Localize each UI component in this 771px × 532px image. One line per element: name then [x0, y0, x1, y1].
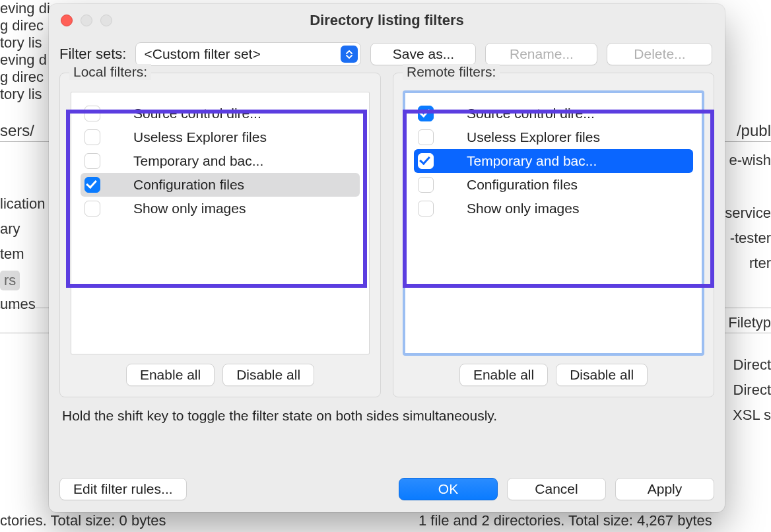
filter-item[interactable]: Show only images [414, 197, 693, 220]
filter-item[interactable]: Configuration files [414, 173, 693, 197]
local-disable-all-button[interactable]: Disable all [222, 364, 314, 386]
filter-set-select[interactable]: <Custom filter set> [135, 42, 361, 66]
filter-label: Show only images [467, 201, 579, 216]
filter-checkbox[interactable] [84, 106, 100, 121]
local-filters-group: Local filters: Source control dire...Use… [59, 73, 381, 397]
filter-label: Configuration files [467, 177, 578, 193]
edit-filter-rules-button[interactable]: Edit filter rules... [59, 478, 187, 500]
filter-checkbox[interactable] [84, 129, 100, 145]
remote-filters-group: Remote filters: Source control dire...Us… [393, 73, 714, 397]
hint-text: Hold the shift key to toggle the filter … [49, 397, 725, 424]
filter-checkbox[interactable] [84, 153, 100, 169]
local-filters-list[interactable]: Source control dire...Useless Explorer f… [71, 92, 370, 354]
filter-item[interactable]: Useless Explorer files [81, 125, 360, 149]
filter-checkbox[interactable] [418, 153, 434, 169]
ok-button[interactable]: OK [399, 478, 498, 500]
rename-button[interactable]: Rename... [485, 43, 597, 65]
filter-label: Configuration files [133, 177, 244, 193]
filter-label: Useless Explorer files [467, 129, 600, 145]
remote-filters-legend: Remote filters: [403, 64, 500, 80]
save-as-button[interactable]: Save as... [370, 43, 476, 65]
filter-checkbox[interactable] [418, 129, 434, 145]
filter-label: Source control dire... [133, 106, 261, 121]
filter-checkbox[interactable] [84, 201, 100, 216]
filter-item[interactable]: Source control dire... [414, 102, 693, 125]
filter-checkbox[interactable] [418, 106, 434, 121]
directory-listing-filters-dialog: Directory listing filters Filter sets: <… [49, 4, 725, 512]
dialog-title: Directory listing filters [49, 12, 725, 29]
filter-set-value: <Custom filter set> [144, 46, 260, 62]
filter-label: Temporary and bac... [133, 153, 263, 169]
filter-checkbox[interactable] [84, 177, 100, 193]
filter-label: Useless Explorer files [133, 129, 267, 145]
filter-checkbox[interactable] [418, 177, 434, 193]
local-filters-legend: Local filters: [69, 64, 151, 80]
remote-disable-all-button[interactable]: Disable all [556, 364, 648, 386]
filter-checkbox[interactable] [418, 201, 434, 216]
filter-item[interactable]: Useless Explorer files [414, 125, 693, 149]
cancel-button[interactable]: Cancel [507, 478, 606, 500]
filter-item[interactable]: Temporary and bac... [414, 149, 693, 173]
delete-button[interactable]: Delete... [607, 43, 712, 65]
filter-sets-label: Filter sets: [59, 46, 126, 63]
local-enable-all-button[interactable]: Enable all [126, 364, 215, 386]
filter-label: Source control dire... [467, 106, 595, 121]
filter-label: Temporary and bac... [467, 153, 597, 169]
select-stepper-icon [341, 46, 358, 63]
filter-label: Show only images [133, 201, 246, 216]
filter-item[interactable]: Show only images [81, 197, 360, 220]
titlebar: Directory listing filters [49, 4, 725, 37]
remote-filters-list[interactable]: Source control dire...Useless Explorer f… [404, 92, 703, 354]
filter-item[interactable]: Source control dire... [81, 102, 360, 125]
filter-item[interactable]: Temporary and bac... [81, 149, 360, 173]
apply-button[interactable]: Apply [615, 478, 714, 500]
remote-enable-all-button[interactable]: Enable all [459, 364, 548, 386]
filter-item[interactable]: Configuration files [81, 173, 360, 197]
